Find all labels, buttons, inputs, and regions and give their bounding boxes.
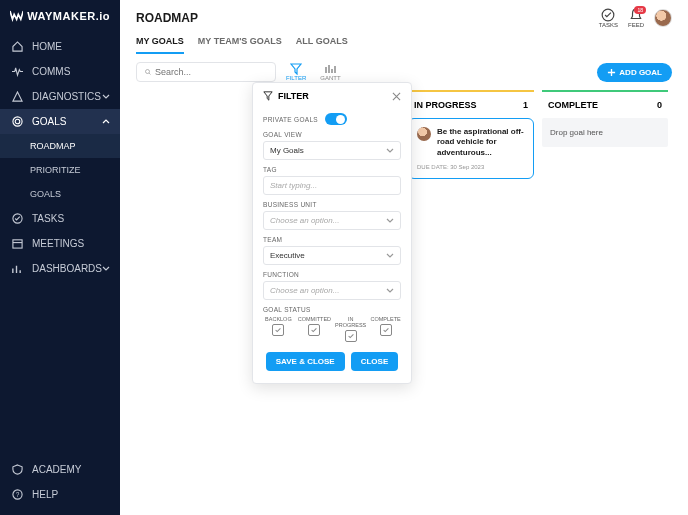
checkbox-backlog[interactable] — [272, 324, 284, 336]
goal-view-value: My Goals — [270, 146, 304, 155]
private-goals-label: PRIVATE GOALS — [263, 116, 318, 123]
nav-dashboards[interactable]: DASHBOARDS — [0, 256, 120, 281]
checkbox-complete[interactable] — [380, 324, 392, 336]
nav: HOME COMMS DIAGNOSTICS GOALS ROADMAP PRI… — [0, 34, 120, 457]
subnav-prioritize[interactable]: PRIORITIZE — [0, 158, 120, 182]
function-select[interactable]: Choose an option... — [263, 281, 401, 300]
check-circle-icon — [10, 213, 24, 224]
goal-card[interactable]: Be the aspirational off-road vehicle for… — [408, 118, 534, 179]
nav-label: DIAGNOSTICS — [32, 91, 101, 102]
chevron-up-icon — [102, 118, 110, 126]
nav-label: HOME — [32, 41, 62, 52]
status-label-backlog: BACKLOG — [263, 316, 294, 322]
shield-icon — [10, 464, 24, 475]
tag-input[interactable]: Start typing... — [263, 176, 401, 195]
funnel-icon — [290, 63, 302, 75]
gantt-icon — [324, 63, 336, 75]
nav-tasks[interactable]: TASKS — [0, 206, 120, 231]
pulse-icon — [10, 66, 24, 77]
top-tasks-label: TASKS — [599, 22, 618, 28]
main: ROADMAP TASKS 18 FEED MY GOALS MY TEAM'S… — [120, 0, 688, 515]
card-title: Be the aspirational off-road vehicle for… — [437, 127, 525, 158]
column-count: 0 — [657, 100, 662, 110]
search-input[interactable] — [155, 67, 267, 77]
subnav-label: PRIORITIZE — [30, 165, 81, 175]
column-in-progress: IN PROGRESS1 Be the aspirational off-roa… — [404, 90, 538, 179]
filter-popover: FILTER PRIVATE GOALS GOAL VIEW My Goals … — [252, 82, 412, 384]
save-close-button[interactable]: SAVE & CLOSE — [266, 352, 345, 371]
column-title: IN PROGRESS — [414, 100, 477, 110]
chevron-down-icon — [386, 287, 394, 295]
nav-label: MEETINGS — [32, 238, 84, 249]
svg-rect-3 — [12, 240, 21, 248]
plus-icon — [607, 68, 616, 77]
subnav-roadmap[interactable]: ROADMAP — [0, 134, 120, 158]
add-goal-button[interactable]: ADD GOAL — [597, 63, 672, 82]
goals-subnav: ROADMAP PRIORITIZE GOALS — [0, 134, 120, 206]
private-goals-toggle[interactable] — [325, 113, 347, 125]
column-header: COMPLETE0 — [542, 90, 668, 118]
svg-point-0 — [12, 117, 21, 126]
user-avatar[interactable] — [654, 9, 672, 27]
top-tasks[interactable]: TASKS — [599, 8, 618, 28]
tab-team-goals[interactable]: MY TEAM'S GOALS — [198, 32, 282, 54]
nav-label: GOALS — [32, 116, 66, 127]
goal-view-label: GOAL VIEW — [263, 131, 401, 138]
bar-chart-icon — [10, 263, 24, 274]
top-feed-label: FEED — [628, 22, 644, 28]
business-unit-label: BUSINESS UNIT — [263, 201, 401, 208]
nav-label: HELP — [32, 489, 58, 500]
subnav-goals[interactable]: GOALS — [0, 182, 120, 206]
help-icon: ? — [10, 489, 24, 500]
top-actions: TASKS 18 FEED — [599, 8, 672, 28]
check-circle-icon — [601, 8, 615, 22]
checkbox-committed[interactable] — [308, 324, 320, 336]
topbar: ROADMAP TASKS 18 FEED — [120, 0, 688, 32]
nav-label: ACADEMY — [32, 464, 81, 475]
triangle-icon — [10, 91, 24, 102]
business-unit-select[interactable]: Choose an option... — [263, 211, 401, 230]
card-avatar — [417, 127, 431, 141]
page-title: ROADMAP — [136, 11, 198, 25]
goal-view-select[interactable]: My Goals — [263, 141, 401, 160]
search-icon — [145, 67, 151, 77]
tab-all-goals[interactable]: ALL GOALS — [296, 32, 348, 54]
nav-home[interactable]: HOME — [0, 34, 120, 59]
bottom-nav: ACADEMY ? HELP — [0, 457, 120, 515]
nav-label: TASKS — [32, 213, 64, 224]
status-label-inprogress: IN PROGRESS — [335, 316, 366, 328]
nav-diagnostics[interactable]: DIAGNOSTICS — [0, 84, 120, 109]
card-due-date: DUE DATE: 30 Sep 2023 — [417, 164, 525, 170]
gantt-button[interactable]: GANTT — [316, 63, 344, 81]
drop-zone[interactable]: Drop goal here — [542, 118, 668, 147]
sidebar: WAYMAKER.io HOME COMMS DIAGNOSTICS GOALS… — [0, 0, 120, 515]
team-label: TEAM — [263, 236, 401, 243]
filter-button[interactable]: FILTER — [282, 63, 310, 81]
filter-label: FILTER — [286, 75, 306, 81]
nav-label: DASHBOARDS — [32, 263, 102, 274]
svg-point-7 — [146, 70, 150, 74]
nav-academy[interactable]: ACADEMY — [0, 457, 120, 482]
chevron-down-icon — [386, 147, 394, 155]
home-icon — [10, 41, 24, 52]
popover-title: FILTER — [278, 91, 309, 101]
tabs: MY GOALS MY TEAM'S GOALS ALL GOALS — [120, 32, 688, 54]
brand-text: WAYMAKER.io — [27, 10, 110, 22]
checkbox-inprogress[interactable] — [345, 330, 357, 342]
close-button[interactable]: CLOSE — [351, 352, 399, 371]
popover-actions: SAVE & CLOSE CLOSE — [263, 352, 401, 371]
nav-goals[interactable]: GOALS — [0, 109, 120, 134]
close-icon[interactable] — [392, 92, 401, 101]
nav-comms[interactable]: COMMS — [0, 59, 120, 84]
nav-help[interactable]: ? HELP — [0, 482, 120, 507]
chevron-down-icon — [386, 252, 394, 260]
goal-status-label: GOAL STATUS — [263, 306, 401, 313]
tab-my-goals[interactable]: MY GOALS — [136, 32, 184, 54]
nav-meetings[interactable]: MEETINGS — [0, 231, 120, 256]
add-goal-label: ADD GOAL — [619, 68, 662, 77]
column-complete: COMPLETE0 Drop goal here — [538, 90, 672, 179]
search-box[interactable] — [136, 62, 276, 82]
top-feed[interactable]: 18 FEED — [628, 8, 644, 28]
team-select[interactable]: Executive — [263, 246, 401, 265]
svg-text:?: ? — [15, 491, 19, 498]
